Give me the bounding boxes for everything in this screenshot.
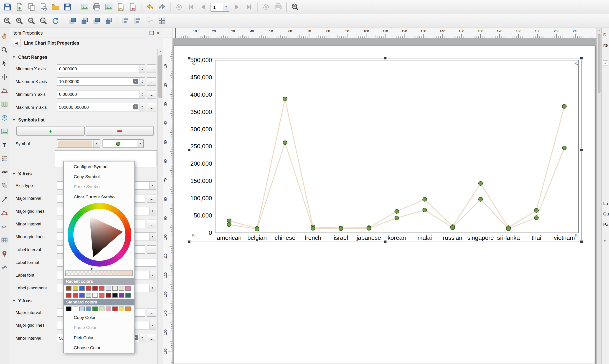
grid-settings-button[interactable] <box>156 15 167 26</box>
add-elevation-profile-button[interactable] <box>1 263 8 272</box>
color-swatch[interactable] <box>112 307 118 311</box>
color-swatch[interactable] <box>66 307 71 311</box>
color-swatch[interactable] <box>106 293 111 298</box>
selection-handle[interactable] <box>384 240 387 243</box>
color-swatch[interactable] <box>66 286 71 290</box>
cropped-dropdown-arrow-icon[interactable]: ▼ <box>604 240 606 243</box>
color-swatch[interactable] <box>125 293 131 298</box>
back-button[interactable]: ◀ <box>12 39 21 48</box>
spinner[interactable]: ▴▾ <box>139 77 145 85</box>
scroll-up-icon[interactable]: ▲ <box>158 49 163 54</box>
color-swatch[interactable] <box>86 307 91 311</box>
raise-items-button[interactable] <box>67 15 78 26</box>
color-swatch[interactable] <box>112 293 118 298</box>
menu-item-clear-current-symbol[interactable]: Clear Current Symbol <box>64 192 134 202</box>
print-layout-button[interactable] <box>91 1 102 13</box>
color-swatch[interactable] <box>99 293 105 298</box>
zoom-out-button[interactable] <box>26 15 37 26</box>
color-swatch[interactable] <box>125 307 131 311</box>
data-defined-override-button[interactable]: … <box>147 220 156 228</box>
clear-value-icon[interactable]: × <box>133 79 138 84</box>
maximum-x-axis-input[interactable]: 10.000000×▴▾ <box>57 77 145 86</box>
menu-item-copy-symbol[interactable]: Copy Symbol <box>64 171 134 182</box>
color-swatch[interactable] <box>73 307 78 311</box>
add-map-button[interactable] <box>1 101 8 109</box>
color-swatch[interactable] <box>79 307 85 311</box>
add-marker-button[interactable] <box>1 250 8 258</box>
color-swatch[interactable] <box>99 286 105 290</box>
undo-button[interactable] <box>144 1 155 13</box>
color-swatch[interactable] <box>119 286 124 290</box>
scroll-up-icon[interactable]: ▲ <box>597 28 601 33</box>
opacity-slider[interactable]: ▼ <box>65 268 133 276</box>
add-arrow-button[interactable] <box>1 196 8 204</box>
export-image-button[interactable] <box>79 1 90 13</box>
close-panel-icon[interactable]: × <box>157 30 159 36</box>
canvas-vertical-scrollbar[interactable]: ▲ <box>596 28 601 364</box>
selection-handle[interactable] <box>580 149 583 151</box>
color-swatch[interactable] <box>106 286 111 290</box>
rotate-handle-icon[interactable]: ↻ <box>575 61 579 66</box>
color-swatch[interactable] <box>119 293 124 298</box>
maximum-y-axis-input[interactable]: 500000.000000×▴▾ <box>57 103 145 111</box>
add-legend-button[interactable] <box>1 155 8 163</box>
selection-handle[interactable] <box>580 240 583 243</box>
export-svg-button[interactable] <box>115 1 126 13</box>
section-header-chart_ranges[interactable]: ▼Chart Ranges <box>13 52 158 62</box>
data-defined-override-button[interactable]: … <box>147 308 156 317</box>
scrollbar-thumb[interactable] <box>598 34 601 93</box>
line-chart-item[interactable]: 050,000100,000150,000200,000250,000300,0… <box>179 54 586 248</box>
clear-value-icon[interactable]: × <box>133 104 138 109</box>
zoom-actual-button[interactable] <box>38 15 49 26</box>
color-swatch[interactable] <box>125 286 131 290</box>
layout-manager-button[interactable] <box>38 1 49 13</box>
color-swatch[interactable] <box>79 286 85 290</box>
menu-item-pick-color[interactable]: Pick Color <box>64 333 134 343</box>
page-number-spinner[interactable]: ▴▾ <box>223 3 229 11</box>
align-items-button[interactable] <box>120 15 131 26</box>
menu-item-choose-color[interactable]: Choose Color... <box>64 343 134 353</box>
minimum-x-axis-input[interactable]: 0.000000▴▾ <box>57 64 145 73</box>
data-defined-override-button[interactable]: … <box>147 90 156 99</box>
lower-items-button[interactable] <box>79 15 90 26</box>
add-scalebar-button[interactable] <box>1 168 8 177</box>
symbol-color-dropdown[interactable]: ▼ <box>57 139 100 148</box>
saturation-triangle[interactable] <box>67 203 131 267</box>
remove-symbol-button[interactable] <box>86 126 154 136</box>
bring-to-front-button[interactable] <box>91 15 102 26</box>
spinner[interactable]: ▴▾ <box>139 90 145 98</box>
selection-handle[interactable] <box>580 57 583 60</box>
pan-tool-button[interactable] <box>1 33 8 41</box>
redo-button[interactable] <box>156 1 167 13</box>
color-swatch[interactable] <box>73 293 78 298</box>
edit-nodes-button[interactable] <box>1 87 8 95</box>
color-wheel[interactable] <box>64 202 134 268</box>
scrollbar-thumb[interactable] <box>159 55 162 98</box>
export-raster-button[interactable] <box>103 1 114 13</box>
new-layout-button[interactable] <box>14 1 25 13</box>
open-recent-button[interactable] <box>50 1 61 13</box>
minimum-y-axis-input[interactable]: 0.000000▴▾ <box>57 90 145 99</box>
data-defined-override-button[interactable]: … <box>147 64 156 73</box>
move-item-content-button[interactable] <box>1 73 8 81</box>
spinner[interactable]: ▴▾ <box>139 65 145 72</box>
select-move-item-button[interactable] <box>1 60 8 68</box>
zoom-tool-button[interactable] <box>1 46 8 54</box>
color-swatch[interactable] <box>79 293 85 298</box>
panel-scrollbar[interactable]: ▲ <box>157 49 163 364</box>
opacity-gradient-bar[interactable] <box>65 271 133 276</box>
symbol-marker-dropdown[interactable]: ▼ <box>103 139 144 148</box>
selection-handle[interactable] <box>188 57 190 60</box>
menu-item-configure-symbol[interactable]: Configure Symbol... <box>64 162 134 171</box>
refresh-view-button[interactable] <box>50 15 61 26</box>
rotate-handle-icon[interactable]: ↻ <box>192 233 196 239</box>
selection-handle[interactable] <box>188 240 190 243</box>
selection-handle[interactable] <box>384 57 387 60</box>
color-swatch[interactable] <box>112 286 118 290</box>
rotate-handle-icon[interactable]: ↻ <box>192 61 196 66</box>
data-defined-override-button[interactable]: … <box>147 103 156 111</box>
data-defined-override-button[interactable]: … <box>147 334 156 342</box>
color-swatch[interactable] <box>93 307 98 311</box>
color-swatch[interactable] <box>119 307 124 311</box>
section-header-symbols_list[interactable]: ▼Symbols list <box>13 115 158 125</box>
